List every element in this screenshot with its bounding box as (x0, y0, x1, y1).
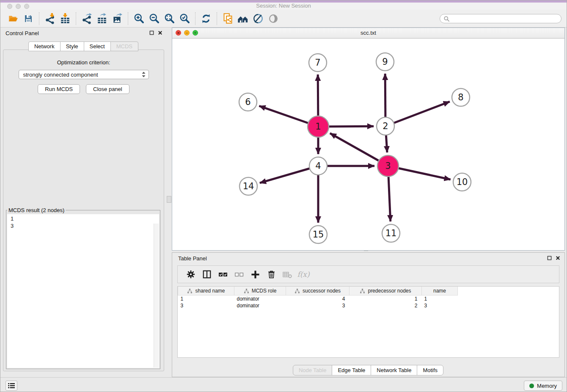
status-bar: Memory (0, 377, 567, 392)
delete-column-icon[interactable] (264, 268, 278, 281)
highlight-eye-icon[interactable] (266, 12, 281, 25)
float-panel-icon[interactable] (149, 30, 154, 35)
toolbar-separator (217, 12, 217, 25)
column-header-mcds-role[interactable]: MCDS role (234, 287, 286, 295)
mcds-result-fieldset: MCDS result (2 nodes) 13 (6, 207, 160, 369)
column-header-successor-nodes[interactable]: successor nodes (286, 287, 350, 295)
toolbar-separator (39, 12, 39, 25)
export-table-icon[interactable] (94, 12, 110, 25)
graph-node-1[interactable]: 1 (308, 116, 329, 137)
column-header-name[interactable]: name (422, 287, 458, 295)
open-session-icon[interactable] (6, 12, 21, 25)
add-column-icon[interactable] (248, 268, 262, 281)
column-header-shared-name[interactable]: shared name (178, 287, 234, 295)
zoom-in-icon[interactable] (131, 12, 146, 25)
tab-node-table[interactable]: Node Table (293, 365, 333, 375)
network-window-titlebar[interactable]: ✕ − + scc.txt (172, 28, 564, 39)
column-header-label: name (433, 288, 446, 294)
table-cell[interactable]: 1 (350, 295, 422, 303)
table-cell[interactable]: dominator (234, 302, 286, 309)
mcds-result-list: 13 (7, 214, 159, 368)
zoom-selected-icon[interactable] (177, 12, 192, 25)
result-scrollbar[interactable] (154, 224, 159, 367)
column-header-predecessor-nodes[interactable]: predecessor nodes (350, 287, 422, 295)
network-graph[interactable]: 1234678910111415 (172, 38, 564, 250)
graph-node-8[interactable]: 8 (452, 88, 470, 106)
zoom-out-icon[interactable] (146, 12, 162, 25)
export-image-icon[interactable] (110, 12, 125, 25)
toggle-columns-icon[interactable] (200, 268, 214, 281)
select-all-columns-icon[interactable] (216, 268, 230, 281)
refresh-icon[interactable] (198, 12, 214, 25)
graph-edge-2-8[interactable] (385, 102, 450, 126)
main-toolbar (0, 10, 567, 28)
tab-style[interactable]: Style (60, 41, 84, 51)
graph-node-14[interactable]: 14 (239, 177, 257, 195)
close-panel-button[interactable]: Close panel (86, 84, 129, 94)
graph-node-10[interactable]: 10 (453, 173, 471, 191)
toolbar-separator (128, 12, 128, 25)
graph-node-9[interactable]: 9 (376, 53, 394, 71)
optimization-criterion-label: Optimization criterion: (3, 59, 164, 66)
tab-network[interactable]: Network (28, 41, 61, 51)
new-network-from-selection-icon[interactable] (220, 12, 235, 25)
import-table-icon[interactable] (58, 12, 73, 25)
graph-node-4[interactable]: 4 (309, 157, 327, 175)
column-header-label: shared name (195, 288, 225, 294)
import-network-icon[interactable] (42, 12, 58, 25)
control-panel-tabs: NetworkStyleSelectMCDS (0, 41, 167, 51)
criterion-value: strongly connected component (23, 72, 141, 78)
table-cell[interactable]: 3 (422, 302, 458, 309)
graph-node-15[interactable]: 15 (309, 226, 327, 243)
search-input[interactable] (450, 15, 558, 22)
zoom-fit-icon[interactable] (162, 12, 177, 25)
table-cell[interactable]: 3 (178, 302, 234, 309)
graph-node-11[interactable]: 11 (382, 224, 400, 242)
table-cell[interactable]: 3 (286, 302, 350, 309)
graph-node-3[interactable]: 3 (377, 155, 399, 177)
mcds-panel: Optimization criterion: strongly connect… (3, 50, 164, 371)
settings-gear-icon[interactable] (184, 268, 198, 281)
dropdown-stepper-icon (141, 71, 146, 78)
export-network-icon[interactable] (79, 12, 94, 25)
table-cell[interactable]: 2 (350, 302, 422, 309)
run-mcds-button[interactable]: Run MCDS (38, 84, 80, 94)
deselect-all-columns-icon[interactable] (232, 268, 246, 281)
criterion-dropdown[interactable]: strongly connected component (19, 70, 149, 79)
table-cell[interactable]: dominator (234, 295, 286, 303)
graph-node-label: 6 (245, 97, 250, 107)
table-cell[interactable]: 1 (422, 295, 458, 303)
table-row[interactable]: 3dominator323 (178, 302, 458, 309)
close-panel-icon[interactable] (556, 256, 560, 260)
float-panel-icon[interactable] (547, 256, 552, 260)
tab-network-table[interactable]: Network Table (371, 365, 417, 375)
search-field[interactable] (440, 14, 561, 23)
control-panel-controls (149, 30, 162, 35)
node-table-container[interactable]: shared nameMCDS rolesuccessor nodesprede… (177, 286, 559, 358)
graph-node-label: 3 (385, 161, 391, 171)
memory-button[interactable]: Memory (524, 381, 562, 391)
column-type-icon (187, 288, 193, 294)
tab-motifs[interactable]: Motifs (417, 365, 443, 375)
table-row[interactable]: 1dominator411 (178, 295, 458, 303)
graph-node-7[interactable]: 7 (309, 54, 327, 72)
column-header-label: successor nodes (303, 288, 341, 294)
graph-node-2[interactable]: 2 (377, 117, 394, 135)
save-session-icon[interactable] (21, 12, 36, 25)
graph-node-label: 7 (315, 58, 320, 68)
function-builder-icon[interactable]: f(x) (296, 268, 311, 281)
table-cell[interactable]: 1 (178, 295, 234, 303)
delete-table-icon[interactable] (280, 268, 295, 281)
show-hide-graphics-icon[interactable] (250, 12, 266, 25)
close-panel-icon[interactable] (158, 30, 162, 35)
tab-edge-table[interactable]: Edge Table (332, 365, 371, 375)
task-history-button[interactable] (6, 381, 17, 391)
tab-select[interactable]: Select (84, 41, 111, 51)
vertical-splitter-handle[interactable] (167, 196, 171, 203)
tab-mcds[interactable]: MCDS (110, 41, 138, 51)
column-type-icon (244, 288, 249, 294)
graph-node-label: 1 (315, 121, 321, 132)
table-cell[interactable]: 4 (286, 295, 350, 303)
graph-node-6[interactable]: 6 (239, 93, 257, 111)
home-icon[interactable] (235, 12, 250, 25)
